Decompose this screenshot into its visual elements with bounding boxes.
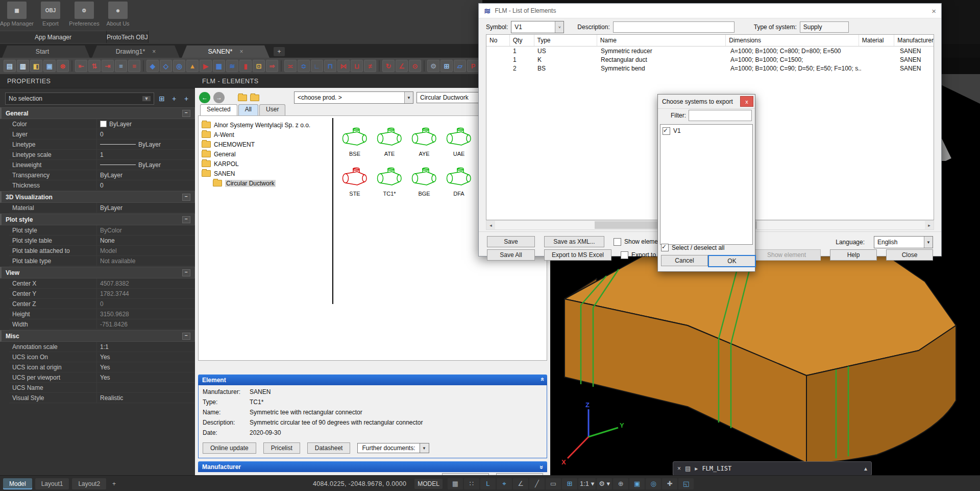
status-toggle-icon[interactable]: ╱ (529, 478, 545, 489)
tree-item[interactable]: KARPOL (202, 159, 329, 169)
file-tab[interactable]: SANEN* × (182, 45, 270, 58)
folder-up-icon[interactable] (238, 95, 247, 101)
element-thumbnail[interactable]: DFA (442, 166, 476, 206)
property-row[interactable]: UCS icon On Yes (9, 352, 195, 362)
dialog-title-bar[interactable]: ≋ FLM - List of Elements × (479, 4, 941, 18)
elements-filter-tab[interactable]: User (259, 104, 285, 115)
status-toggle-icon[interactable]: L (480, 478, 496, 489)
close-button[interactable]: Close (886, 249, 933, 261)
toolbar-icon[interactable]: ≎ (298, 60, 310, 72)
command-text[interactable]: FLM_LIST (702, 465, 731, 472)
ribbon-button[interactable]: ▦ App Manager (0, 0, 34, 31)
close-tab-icon[interactable]: × (239, 48, 243, 55)
property-row[interactable]: Color ByLayer (9, 119, 195, 129)
export-to-excel-button[interactable]: Export to MS Excel (544, 249, 611, 261)
section-header[interactable]: 3D Visualization − (0, 191, 195, 203)
select-deselect-all-checkbox[interactable] (661, 244, 669, 251)
close-dialog-icon[interactable]: × (932, 7, 936, 15)
toolbar-icon[interactable]: ⊡ (253, 60, 265, 72)
section-header[interactable]: General − (0, 107, 195, 119)
element-thumbnail[interactable]: STE (337, 166, 372, 206)
export-to-one-sheet-checkbox[interactable] (621, 251, 628, 259)
column-header[interactable]: Type (534, 35, 597, 46)
property-row[interactable]: Annotation scale 1:1 (9, 342, 195, 352)
tree-item[interactable]: A-Went (202, 130, 329, 139)
section-header[interactable]: Misc − (0, 330, 195, 342)
collapse-icon[interactable]: − (182, 333, 190, 340)
status-toggle-icon[interactable]: ✚ (662, 478, 677, 489)
status-toggle-icon[interactable]: ◎ (646, 478, 661, 489)
help-button[interactable]: Help (830, 249, 877, 261)
toolbar-icon[interactable] (379, 60, 380, 72)
collapse-icon[interactable]: − (182, 269, 190, 276)
property-row[interactable]: Layer 0 (9, 129, 195, 139)
status-toggle-icon[interactable]: ⌖ (497, 478, 512, 489)
chevron-down-icon[interactable]: ▼ (420, 443, 429, 453)
toolbar-icon[interactable]: ⊔ (351, 60, 363, 72)
status-toggle-icon[interactable]: ⊞ (562, 478, 577, 489)
layout-tab[interactable]: Layout2 (72, 478, 106, 489)
layout-tab[interactable]: + (109, 478, 119, 489)
column-header[interactable]: No (486, 35, 510, 46)
status-toggle-icon[interactable]: ▣ (629, 478, 645, 489)
table-row[interactable]: 1 K Rectangular duct A=1000; B=1000; C=1… (486, 55, 934, 64)
status-toggle-icon[interactable]: ∷ (464, 478, 479, 489)
system-list-item[interactable]: V1 (663, 126, 750, 135)
ok-button[interactable]: OK (708, 255, 756, 267)
element-action-button[interactable]: Online update (203, 442, 256, 454)
toolbar-icon[interactable]: ▮ (239, 60, 252, 72)
status-toggle-icon[interactable]: ▦ (448, 478, 463, 489)
collapse-icon[interactable]: − (182, 110, 190, 117)
scroll-right-icon[interactable]: ▸ (925, 221, 934, 229)
element-thumbnail[interactable]: BSE (337, 126, 372, 166)
property-row[interactable]: Plot table attached to Model (9, 246, 195, 256)
property-row[interactable]: Plot table type Not available (9, 256, 195, 266)
expand-chevron-icon[interactable]: » (538, 465, 546, 468)
forward-icon[interactable]: → (213, 92, 225, 103)
selection-combo[interactable]: No selection ▼ (5, 92, 154, 105)
toolbar-icon[interactable]: ≠ (364, 60, 376, 72)
toolbar-icon[interactable]: ⊓ (324, 60, 336, 72)
element-thumbnail[interactable]: BGE (407, 166, 442, 206)
filter-input[interactable] (689, 110, 752, 121)
pick-point-icon[interactable]: + (169, 95, 179, 103)
property-row[interactable]: Plot style table None (9, 236, 195, 246)
toolbar-icon[interactable] (281, 60, 282, 72)
show-element-button[interactable]: Show element (752, 249, 821, 261)
toolbar-icon[interactable]: ≡ (128, 60, 140, 72)
property-row[interactable]: Lineweight ByLayer (9, 160, 195, 170)
column-header[interactable]: Material (859, 35, 895, 46)
show-element-details-checkbox[interactable] (614, 238, 621, 246)
collapse-chevron-icon[interactable]: » (538, 379, 546, 381)
column-header[interactable]: Name (597, 35, 726, 46)
chevron-down-icon[interactable]: ▼ (404, 92, 413, 103)
back-icon[interactable]: ← (199, 92, 210, 103)
collapse-command-icon[interactable]: ▴ (864, 465, 867, 472)
symbol-combo[interactable]: V1 ˅ (511, 21, 564, 33)
type-of-system-field[interactable]: Supply (800, 21, 849, 33)
toolbar-icon[interactable]: ▱ (454, 60, 466, 72)
systems-list[interactable]: V1 (660, 124, 753, 245)
pane-divider[interactable] (332, 118, 333, 304)
cancel-button[interactable]: Cancel (661, 255, 708, 266)
elements-filter-tab[interactable]: All (238, 104, 258, 115)
toolbar-icon[interactable]: ≍ (284, 60, 297, 72)
ribbon-button[interactable]: ⚙ Preferences (67, 0, 101, 31)
toolbar-icon[interactable] (71, 60, 72, 72)
element-thumbnail[interactable]: AYE (407, 126, 442, 166)
popup-title-bar[interactable]: Choose systems to export x (658, 95, 755, 109)
ribbon-button[interactable]: OBJ Export (34, 0, 67, 31)
toolbar-icon[interactable]: ⊞ (440, 60, 453, 72)
toolbar-icon[interactable]: ≡ (115, 60, 127, 72)
property-row[interactable]: Linetype scale 1 (9, 150, 195, 160)
system-checkbox[interactable] (663, 127, 670, 135)
tree-item[interactable]: Circular Ductwork (202, 178, 329, 188)
toolbar-icon[interactable]: ▲ (186, 60, 199, 72)
column-header[interactable]: Manufacturer (894, 35, 934, 46)
file-tab[interactable]: Drawing1* × (92, 45, 180, 58)
layout-tab[interactable]: Model (3, 478, 32, 489)
close-command-icon[interactable]: × (677, 465, 681, 472)
section-header[interactable]: Plot style − (0, 214, 195, 225)
save-all-button[interactable]: Save All (487, 249, 535, 261)
tree-item[interactable]: CHEMOWENT (202, 139, 329, 149)
